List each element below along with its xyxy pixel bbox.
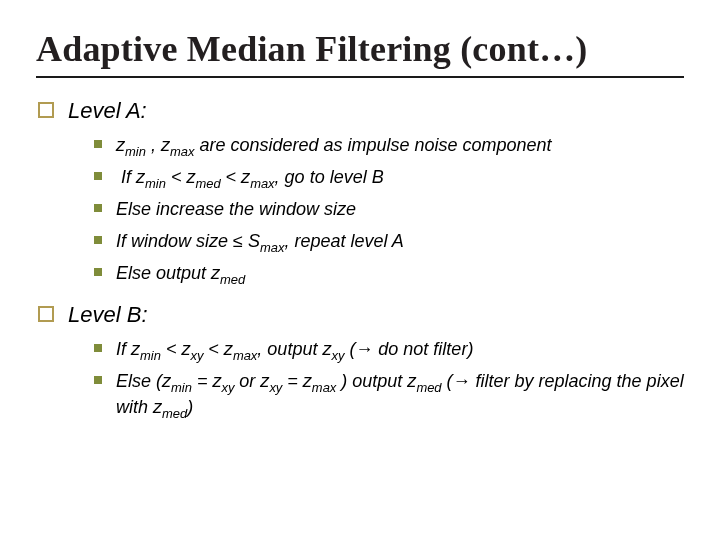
small-square-bullet-icon [94,140,102,148]
level-label-post: : [141,98,147,123]
item-text: If zmin < zxy < zmax, output zxy (→ do n… [116,336,473,362]
item-text: If zmin < zmed < zmax, go to level B [116,164,384,190]
level-a-items: zmin , zmax are considered as impulse no… [38,132,684,286]
list-item: If zmin < zxy < zmax, output zxy (→ do n… [94,336,684,362]
list-item: Else (zmin = zxy or zxy = zmax ) output … [94,368,684,420]
level-b-heading: Level B: [38,300,684,330]
title-underline [36,76,684,78]
item-text: Else increase the window size [116,196,356,222]
item-text: If window size ≤ Smax, repeat level A [116,228,404,254]
small-square-bullet-icon [94,236,102,244]
level-b-items: If zmin < zxy < zmax, output zxy (→ do n… [38,336,684,420]
level-a-label: Level A: [68,96,147,126]
small-square-bullet-icon [94,344,102,352]
small-square-bullet-icon [94,268,102,276]
small-square-bullet-icon [94,172,102,180]
level-label-var: B [127,302,142,327]
list-item: Else increase the window size [94,196,684,222]
small-square-bullet-icon [94,204,102,212]
square-bullet-icon [38,102,54,118]
list-item: If zmin < zmed < zmax, go to level B [94,164,684,190]
level-b-label: Level B: [68,300,148,330]
slide-title: Adaptive Median Filtering (cont…) [36,28,684,70]
list-item: If window size ≤ Smax, repeat level A [94,228,684,254]
slide-content: Level A: zmin , zmax are considered as i… [36,96,684,420]
level-label-pre: Level [68,98,126,123]
slide: Adaptive Median Filtering (cont…) Level … [0,0,720,540]
list-item: zmin , zmax are considered as impulse no… [94,132,684,158]
small-square-bullet-icon [94,376,102,384]
list-item: Else output zmed [94,260,684,286]
level-label-var: A [126,98,141,123]
item-text: zmin , zmax are considered as impulse no… [116,132,552,158]
item-text: Else (zmin = zxy or zxy = zmax ) output … [116,368,684,420]
item-text: Else output zmed [116,260,245,286]
level-label-post: : [141,302,147,327]
level-a-heading: Level A: [38,96,684,126]
square-bullet-icon [38,306,54,322]
level-label-pre: Level [68,302,127,327]
